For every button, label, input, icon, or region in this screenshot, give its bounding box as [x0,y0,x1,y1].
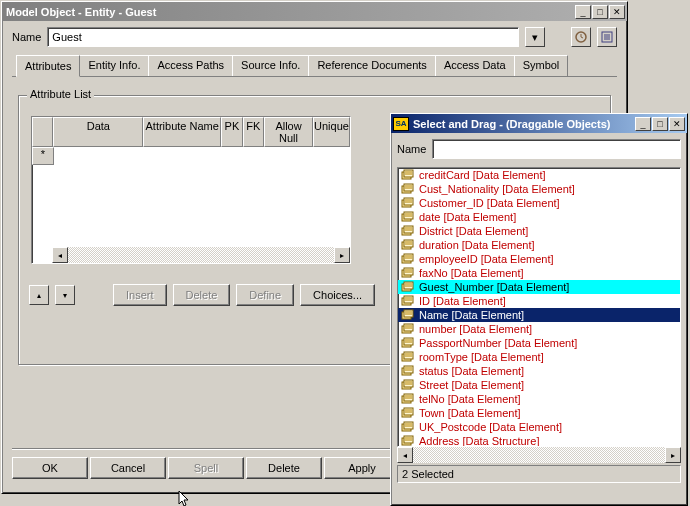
list-item[interactable]: UK_Postcode [Data Element] [398,420,680,434]
cancel-button[interactable]: Cancel [90,457,166,479]
list-item[interactable]: faxNo [Data Element] [398,266,680,280]
properties-icon-button[interactable] [597,27,617,47]
tab-entity-info[interactable]: Entity Info. [79,55,149,76]
list-item-label: Name [Data Element] [419,309,524,321]
list-item-label: Customer_ID [Data Element] [419,197,560,209]
list-item-label: District [Data Element] [419,225,528,237]
list-item[interactable]: Guest_Number [Data Element] [398,280,680,294]
choices-button[interactable]: Choices... [300,284,375,306]
move-down-button[interactable]: ▾ [55,285,75,305]
list-scroll-left[interactable]: ◂ [397,447,413,463]
name-input[interactable] [47,27,519,47]
list-item-label: ID [Data Element] [419,295,506,307]
list-item-label: Address [Data Structure] [419,435,539,447]
ok-button[interactable]: OK [12,457,88,479]
minimize-button[interactable]: _ [575,5,591,19]
select-drag-window: SA Select and Drag - (Draggable Objects)… [390,113,688,506]
list-item[interactable]: telNo [Data Element] [398,392,680,406]
col-data[interactable]: Data [53,117,143,147]
data-element-icon [401,379,415,391]
data-element-icon [401,393,415,405]
list-item-label: employeeID [Data Element] [419,253,554,265]
main-titlebar[interactable]: Model Object - Entity - Guest _ □ ✕ [2,2,627,21]
clock-icon-button[interactable] [571,27,591,47]
delete-attr-button[interactable]: Delete [173,284,231,306]
data-element-icon [401,183,415,195]
maximize-button[interactable]: □ [592,5,608,19]
list-item[interactable]: ID [Data Element] [398,294,680,308]
col-unique[interactable]: Unique [313,117,350,147]
list-item-label: Street [Data Element] [419,379,524,391]
drag-minimize-button[interactable]: _ [635,117,651,131]
new-row-marker[interactable]: * [32,147,54,165]
drag-maximize-button[interactable]: □ [652,117,668,131]
scroll-left-button[interactable]: ◂ [52,247,68,263]
scroll-track[interactable] [68,247,334,263]
list-item[interactable]: employeeID [Data Element] [398,252,680,266]
list-item[interactable]: PassportNumber [Data Element] [398,336,680,350]
tab-bar: Attributes Entity Info. Access Paths Sou… [16,55,617,77]
move-up-button[interactable]: ▴ [29,285,49,305]
list-item-label: Town [Data Element] [419,407,521,419]
list-item[interactable]: date [Data Element] [398,210,680,224]
list-item-label: date [Data Element] [419,211,516,223]
group-legend: Attribute List [27,88,94,100]
col-rowselector[interactable] [32,117,53,147]
grid-hscroll[interactable]: ◂ ▸ [52,247,350,263]
drag-close-button[interactable]: ✕ [669,117,685,131]
list-item[interactable]: Customer_ID [Data Element] [398,196,680,210]
list-item[interactable]: Name [Data Element] [398,308,680,322]
tab-reference-documents[interactable]: Reference Documents [308,55,435,76]
data-element-icon [401,295,415,307]
attribute-grid[interactable]: Data Attribute Name PK FK Allow Null Uni… [31,116,351,264]
drag-name-label: Name [397,143,426,155]
list-item[interactable]: District [Data Element] [398,224,680,238]
list-scroll-right[interactable]: ▸ [665,447,681,463]
data-element-icon [401,253,415,265]
list-item-label: roomType [Data Element] [419,351,544,363]
list-item[interactable]: duration [Data Element] [398,238,680,252]
name-label: Name [12,31,41,43]
drag-name-input[interactable] [432,139,681,159]
list-item[interactable]: status [Data Element] [398,364,680,378]
data-element-icon [401,309,415,321]
tab-source-info[interactable]: Source Info. [232,55,309,76]
data-element-icon [401,197,415,209]
list-item[interactable]: Street [Data Element] [398,378,680,392]
col-fk[interactable]: FK [243,117,264,147]
delete-button[interactable]: Delete [246,457,322,479]
tab-symbol[interactable]: Symbol [514,55,569,76]
data-element-icon [401,337,415,349]
draggable-listbox[interactable]: creditCard [Data Element]Cust_Nationalit… [397,167,681,447]
list-scroll-track[interactable] [413,447,665,463]
data-element-icon [401,421,415,433]
properties-icon [600,30,614,44]
list-item-label: status [Data Element] [419,365,524,377]
close-button[interactable]: ✕ [609,5,625,19]
list-item[interactable]: roomType [Data Element] [398,350,680,364]
tab-access-paths[interactable]: Access Paths [148,55,233,76]
data-element-icon [401,351,415,363]
list-item[interactable]: creditCard [Data Element] [398,168,680,182]
define-button[interactable]: Define [236,284,294,306]
data-element-icon [401,267,415,279]
name-dropdown-button[interactable]: ▾ [525,27,545,47]
list-item[interactable]: number [Data Element] [398,322,680,336]
scroll-right-button[interactable]: ▸ [334,247,350,263]
list-item[interactable]: Town [Data Element] [398,406,680,420]
tab-attributes[interactable]: Attributes [16,55,80,77]
data-element-icon [401,169,415,181]
tab-access-data[interactable]: Access Data [435,55,515,76]
apply-button[interactable]: Apply [324,457,400,479]
list-hscroll[interactable]: ◂ ▸ [397,447,681,463]
spell-button[interactable]: Spell [168,457,244,479]
list-item[interactable]: Address [Data Structure] [398,434,680,447]
insert-button[interactable]: Insert [113,284,167,306]
list-item-label: Guest_Number [Data Element] [419,281,569,293]
col-allow-null[interactable]: Allow Null [264,117,313,147]
list-item[interactable]: Cust_Nationality [Data Element] [398,182,680,196]
col-attribute-name[interactable]: Attribute Name [143,117,221,147]
data-element-icon [401,211,415,223]
drag-titlebar[interactable]: SA Select and Drag - (Draggable Objects)… [391,114,687,133]
col-pk[interactable]: PK [221,117,242,147]
